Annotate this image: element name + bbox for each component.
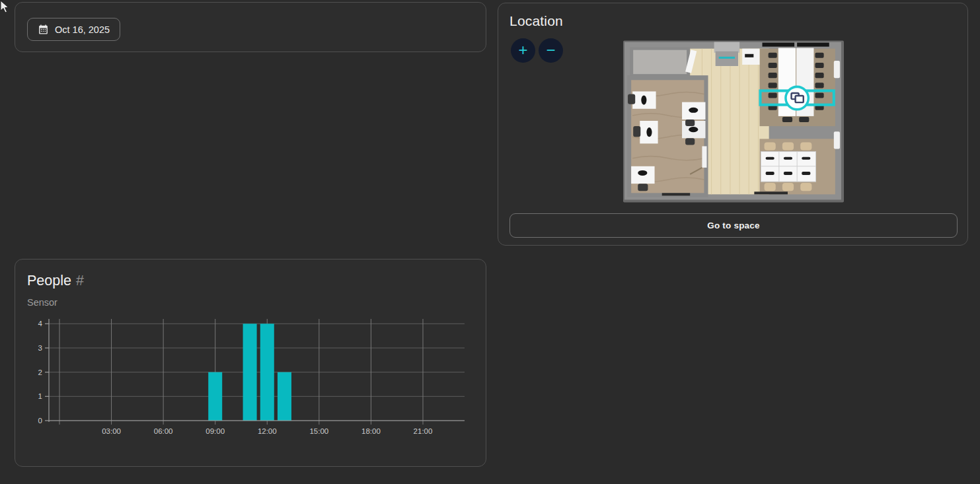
svg-text:03:00: 03:00 bbox=[102, 427, 121, 435]
floorplan-image[interactable] bbox=[623, 40, 844, 203]
people-card-title-text: People bbox=[27, 273, 71, 289]
zoom-out-button[interactable]: − bbox=[539, 38, 563, 63]
svg-text:4: 4 bbox=[38, 320, 43, 328]
dashboard-page: Oct 16, 2025 Location + − bbox=[0, 0, 980, 484]
people-card-title-suffix: # bbox=[76, 273, 84, 289]
svg-text:3: 3 bbox=[38, 344, 42, 352]
mouse-cursor-icon bbox=[0, 0, 11, 15]
plus-icon: + bbox=[518, 42, 527, 58]
location-card: Location + − bbox=[498, 3, 968, 246]
svg-text:1: 1 bbox=[38, 392, 42, 400]
svg-text:15:00: 15:00 bbox=[309, 427, 328, 435]
svg-text:0: 0 bbox=[38, 417, 42, 425]
go-to-space-button[interactable]: Go to space bbox=[509, 213, 958, 238]
date-picker-button[interactable]: Oct 16, 2025 bbox=[27, 18, 120, 41]
people-bar-chart[interactable]: 0123403:0006:0009:0012:0015:0018:0021:00 bbox=[27, 316, 483, 445]
people-chart-card: People# Sensor 0123403:0006:0009:0012:00… bbox=[15, 259, 486, 467]
svg-text:12:00: 12:00 bbox=[258, 427, 277, 435]
people-card-subtitle: Sensor bbox=[27, 297, 57, 308]
people-card-title: People# bbox=[27, 273, 84, 289]
date-picker-label: Oct 16, 2025 bbox=[55, 24, 110, 35]
calendar-icon bbox=[38, 24, 49, 35]
people-bar-chart-svg: 0123403:0006:0009:0012:0015:0018:0021:00 bbox=[27, 316, 483, 445]
date-filter-card: Oct 16, 2025 bbox=[15, 2, 486, 52]
svg-text:18:00: 18:00 bbox=[361, 427, 381, 435]
svg-text:09:00: 09:00 bbox=[206, 427, 225, 435]
svg-text:2: 2 bbox=[38, 368, 42, 376]
location-card-title: Location bbox=[509, 13, 563, 29]
svg-text:06:00: 06:00 bbox=[154, 427, 173, 435]
zoom-in-button[interactable]: + bbox=[511, 38, 535, 63]
svg-text:21:00: 21:00 bbox=[414, 427, 433, 435]
minus-icon: − bbox=[546, 42, 555, 58]
